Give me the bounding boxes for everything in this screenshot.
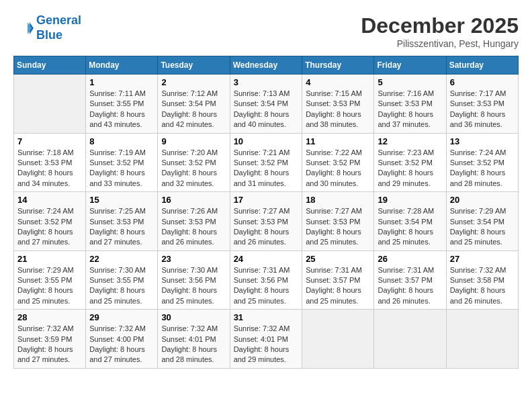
day-number: 2 xyxy=(161,77,226,87)
day-number: 4 xyxy=(306,77,370,87)
weekday-header: Monday xyxy=(86,56,158,75)
calendar-cell: 11Sunrise: 7:22 AMSunset: 3:52 PMDayligh… xyxy=(302,133,374,192)
calendar-cell xyxy=(374,310,446,369)
day-number: 19 xyxy=(378,195,442,205)
calendar-cell: 25Sunrise: 7:31 AMSunset: 3:57 PMDayligh… xyxy=(302,250,374,310)
calendar-cell xyxy=(446,310,518,369)
day-number: 9 xyxy=(161,136,226,146)
title-block: December 2025 Pilisszentivan, Pest, Hung… xyxy=(361,13,519,49)
calendar-cell: 30Sunrise: 7:32 AMSunset: 4:01 PMDayligh… xyxy=(158,310,230,369)
calendar-cell: 3Sunrise: 7:13 AMSunset: 3:54 PMDaylight… xyxy=(230,75,302,134)
logo: General Blue xyxy=(13,13,81,42)
day-number: 18 xyxy=(306,195,370,205)
day-detail: Sunrise: 7:31 AMSunset: 3:57 PMDaylight:… xyxy=(378,265,442,307)
day-number: 22 xyxy=(89,254,154,264)
day-number: 23 xyxy=(161,254,226,264)
day-detail: Sunrise: 7:23 AMSunset: 3:52 PMDaylight:… xyxy=(378,148,442,189)
calendar-cell: 5Sunrise: 7:16 AMSunset: 3:53 PMDaylight… xyxy=(374,75,446,134)
weekday-header: Saturday xyxy=(446,56,518,75)
calendar-cell: 1Sunrise: 7:11 AMSunset: 3:55 PMDaylight… xyxy=(86,75,158,134)
day-detail: Sunrise: 7:25 AMSunset: 3:53 PMDaylight:… xyxy=(89,206,154,248)
day-detail: Sunrise: 7:22 AMSunset: 3:52 PMDaylight:… xyxy=(306,148,370,189)
calendar-cell: 31Sunrise: 7:32 AMSunset: 4:01 PMDayligh… xyxy=(230,310,302,369)
day-detail: Sunrise: 7:15 AMSunset: 3:53 PMDaylight:… xyxy=(306,89,370,130)
day-detail: Sunrise: 7:26 AMSunset: 3:53 PMDaylight:… xyxy=(161,206,226,248)
day-detail: Sunrise: 7:16 AMSunset: 3:53 PMDaylight:… xyxy=(378,89,442,130)
day-detail: Sunrise: 7:29 AMSunset: 3:54 PMDaylight:… xyxy=(450,206,515,248)
day-detail: Sunrise: 7:11 AMSunset: 3:55 PMDaylight:… xyxy=(89,89,154,130)
calendar-cell: 27Sunrise: 7:32 AMSunset: 3:58 PMDayligh… xyxy=(446,250,518,310)
day-number: 14 xyxy=(17,195,82,205)
day-detail: Sunrise: 7:30 AMSunset: 3:56 PMDaylight:… xyxy=(161,265,226,307)
day-detail: Sunrise: 7:21 AMSunset: 3:52 PMDaylight:… xyxy=(234,148,299,189)
weekday-header: Wednesday xyxy=(230,56,302,75)
day-detail: Sunrise: 7:24 AMSunset: 3:52 PMDaylight:… xyxy=(17,206,82,248)
day-number: 26 xyxy=(378,254,442,264)
day-detail: Sunrise: 7:27 AMSunset: 3:53 PMDaylight:… xyxy=(306,206,370,248)
day-detail: Sunrise: 7:31 AMSunset: 3:56 PMDaylight:… xyxy=(234,265,299,307)
calendar-cell: 18Sunrise: 7:27 AMSunset: 3:53 PMDayligh… xyxy=(302,192,374,251)
day-detail: Sunrise: 7:32 AMSunset: 4:01 PMDaylight:… xyxy=(234,324,299,365)
calendar-cell: 28Sunrise: 7:32 AMSunset: 3:59 PMDayligh… xyxy=(14,310,86,369)
calendar-week-row: 21Sunrise: 7:29 AMSunset: 3:55 PMDayligh… xyxy=(14,250,519,310)
calendar-cell: 7Sunrise: 7:18 AMSunset: 3:53 PMDaylight… xyxy=(14,133,86,192)
day-number: 12 xyxy=(378,136,442,146)
day-detail: Sunrise: 7:18 AMSunset: 3:53 PMDaylight:… xyxy=(17,148,82,189)
day-detail: Sunrise: 7:32 AMSunset: 4:00 PMDaylight:… xyxy=(89,324,154,365)
location-subtitle: Pilisszentivan, Pest, Hungary xyxy=(361,38,519,49)
calendar-week-row: 14Sunrise: 7:24 AMSunset: 3:52 PMDayligh… xyxy=(14,192,519,251)
calendar-cell xyxy=(302,310,374,369)
day-number: 25 xyxy=(306,254,370,264)
day-number: 28 xyxy=(17,312,82,322)
calendar-cell: 22Sunrise: 7:30 AMSunset: 3:55 PMDayligh… xyxy=(86,250,158,310)
calendar-cell: 13Sunrise: 7:24 AMSunset: 3:52 PMDayligh… xyxy=(446,133,518,192)
day-detail: Sunrise: 7:30 AMSunset: 3:55 PMDaylight:… xyxy=(89,265,154,307)
day-detail: Sunrise: 7:12 AMSunset: 3:54 PMDaylight:… xyxy=(161,89,226,130)
day-number: 20 xyxy=(450,195,515,205)
day-detail: Sunrise: 7:31 AMSunset: 3:57 PMDaylight:… xyxy=(306,265,370,307)
weekday-header: Tuesday xyxy=(158,56,230,75)
day-number: 31 xyxy=(234,312,299,322)
page-header: General Blue December 2025 Pilisszentiva… xyxy=(13,13,519,49)
calendar-cell: 10Sunrise: 7:21 AMSunset: 3:52 PMDayligh… xyxy=(230,133,302,192)
day-number: 10 xyxy=(234,136,299,146)
day-number: 7 xyxy=(17,136,82,146)
day-detail: Sunrise: 7:19 AMSunset: 3:52 PMDaylight:… xyxy=(89,148,154,189)
logo-text: General Blue xyxy=(36,13,81,42)
day-detail: Sunrise: 7:32 AMSunset: 3:58 PMDaylight:… xyxy=(450,265,515,307)
day-number: 27 xyxy=(450,254,515,264)
day-detail: Sunrise: 7:27 AMSunset: 3:53 PMDaylight:… xyxy=(234,206,299,248)
calendar-cell: 2Sunrise: 7:12 AMSunset: 3:54 PMDaylight… xyxy=(158,75,230,134)
day-number: 6 xyxy=(450,77,515,87)
calendar-cell: 16Sunrise: 7:26 AMSunset: 3:53 PMDayligh… xyxy=(158,192,230,251)
day-detail: Sunrise: 7:20 AMSunset: 3:52 PMDaylight:… xyxy=(161,148,226,189)
calendar-cell: 17Sunrise: 7:27 AMSunset: 3:53 PMDayligh… xyxy=(230,192,302,251)
day-number: 24 xyxy=(234,254,299,264)
weekday-header: Thursday xyxy=(302,56,374,75)
calendar-cell xyxy=(14,75,86,134)
day-number: 30 xyxy=(161,312,226,322)
day-number: 8 xyxy=(89,136,154,146)
day-detail: Sunrise: 7:13 AMSunset: 3:54 PMDaylight:… xyxy=(234,89,299,130)
calendar-cell: 9Sunrise: 7:20 AMSunset: 3:52 PMDaylight… xyxy=(158,133,230,192)
calendar-cell: 8Sunrise: 7:19 AMSunset: 3:52 PMDaylight… xyxy=(86,133,158,192)
calendar-week-row: 28Sunrise: 7:32 AMSunset: 3:59 PMDayligh… xyxy=(14,310,519,369)
day-number: 21 xyxy=(17,254,82,264)
day-number: 1 xyxy=(89,77,154,87)
calendar-table: SundayMondayTuesdayWednesdayThursdayFrid… xyxy=(13,56,519,369)
day-detail: Sunrise: 7:24 AMSunset: 3:52 PMDaylight:… xyxy=(450,148,515,189)
calendar-cell: 6Sunrise: 7:17 AMSunset: 3:53 PMDaylight… xyxy=(446,75,518,134)
day-number: 11 xyxy=(306,136,370,146)
calendar-cell: 15Sunrise: 7:25 AMSunset: 3:53 PMDayligh… xyxy=(86,192,158,251)
day-detail: Sunrise: 7:29 AMSunset: 3:55 PMDaylight:… xyxy=(17,265,82,307)
calendar-cell: 12Sunrise: 7:23 AMSunset: 3:52 PMDayligh… xyxy=(374,133,446,192)
day-detail: Sunrise: 7:17 AMSunset: 3:53 PMDaylight:… xyxy=(450,89,515,130)
day-number: 5 xyxy=(378,77,442,87)
day-number: 3 xyxy=(234,77,299,87)
calendar-week-row: 7Sunrise: 7:18 AMSunset: 3:53 PMDaylight… xyxy=(14,133,519,192)
weekday-header: Friday xyxy=(374,56,446,75)
day-detail: Sunrise: 7:32 AMSunset: 3:59 PMDaylight:… xyxy=(17,324,82,365)
calendar-cell: 19Sunrise: 7:28 AMSunset: 3:54 PMDayligh… xyxy=(374,192,446,251)
day-number: 15 xyxy=(89,195,154,205)
calendar-cell: 21Sunrise: 7:29 AMSunset: 3:55 PMDayligh… xyxy=(14,250,86,310)
